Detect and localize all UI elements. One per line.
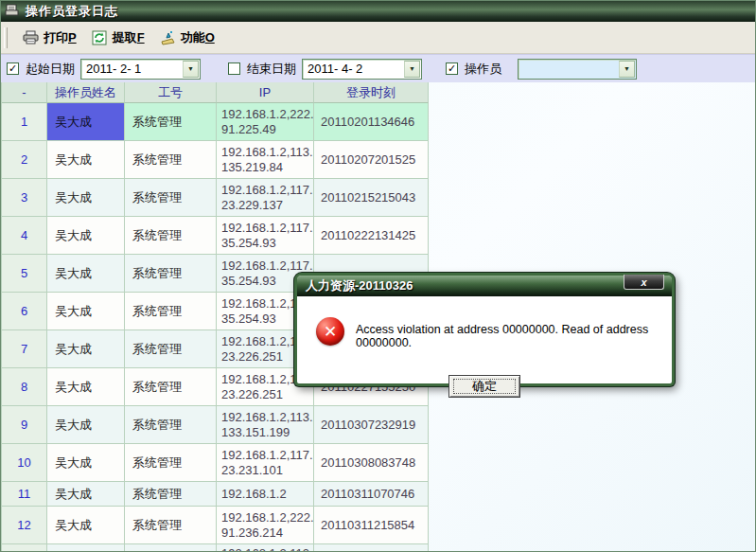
ok-button-label: 确定 (453, 379, 516, 394)
extract-label: 提取 (113, 30, 137, 45)
header-ip: IP (217, 82, 314, 103)
extract-button[interactable]: 提取F (84, 27, 152, 49)
end-date-combobox[interactable]: 2011- 4- 2 ▼ (302, 59, 422, 80)
table-row[interactable]: 12 吴大成 系统管理 192.168.1.2,222.91.236.214 2… (2, 507, 429, 544)
print-hotkey: P (68, 30, 77, 45)
check-icon: ✓ (9, 63, 17, 74)
header-index: - (2, 82, 47, 103)
close-icon: x (641, 276, 646, 288)
end-date-label: 结束日期 (247, 61, 296, 78)
table-row[interactable]: 11 吴大成 系统管理 192.168.1.2 20110311070746 (2, 482, 429, 507)
close-button[interactable]: x (624, 275, 664, 290)
table-header-row: - 操作员姓名 工号 IP 登录时刻 (2, 82, 429, 103)
operator-combobox[interactable]: ▼ (518, 59, 637, 80)
function-icon (160, 30, 176, 45)
operator-checkbox[interactable]: ✓ (446, 62, 458, 75)
error-dialog-body: ✕ Access violation at address 00000000. … (297, 296, 672, 386)
header-login-time: 登录时刻 (314, 82, 429, 103)
table-row[interactable]: 3 吴大成 系统管理 192.168.1.2,117.23.229.137 20… (2, 179, 429, 217)
toolbar: 打印P 提取F 功能O (1, 22, 755, 54)
error-dialog-title: 人力资源-20110326 (306, 277, 413, 294)
window-icon (5, 4, 21, 19)
error-icon: ✕ (316, 317, 344, 346)
header-operator-name: 操作员姓名 (47, 82, 125, 103)
toolbar-gripper[interactable] (4, 27, 8, 48)
extract-hotkey: F (137, 30, 145, 45)
window-title: 操作员登录日志 (26, 3, 118, 20)
function-button[interactable]: 功能O (152, 27, 222, 49)
print-button[interactable]: 打印P (15, 27, 84, 49)
error-dialog-titlebar: 人力资源-20110326 x (297, 276, 672, 296)
print-label: 打印 (44, 30, 68, 45)
printer-icon (23, 30, 39, 45)
start-date-checkbox[interactable]: ✓ (7, 62, 19, 75)
table-row[interactable]: 10 吴大成 系统管理 192.168.1.2,117.23.231.101 2… (2, 444, 429, 482)
table-row[interactable]: 1 吴大成 系统管理 192.168.1.2,222.91.225.49 201… (2, 103, 429, 141)
start-date-label: 起始日期 (26, 61, 75, 78)
ok-button[interactable]: 确定 (448, 375, 520, 398)
operator-label: 操作员 (465, 61, 501, 78)
error-dialog: 人力资源-20110326 x ✕ Access violation at ad… (294, 273, 675, 386)
function-hotkey: O (205, 30, 215, 45)
table-row[interactable]: 4 吴大成 系统管理 192.168.1.2,117.35.254.93 201… (2, 217, 429, 255)
refresh-page-icon (92, 30, 108, 45)
error-message: Access violation at address 00000000. Re… (356, 323, 664, 349)
check-icon: ✓ (448, 63, 456, 74)
end-date-value: 2011- 4- 2 (303, 62, 404, 76)
window-titlebar: 操作员登录日志 (1, 1, 755, 22)
start-date-combobox[interactable]: 2011- 2- 1 ▼ (80, 59, 201, 80)
app-window: 操作员登录日志 打印P (0, 0, 756, 552)
header-employee-id: 工号 (125, 82, 217, 103)
table-row[interactable]: 2 吴大成 系统管理 192.168.1.2,113.135.219.84 20… (2, 141, 429, 179)
selected-cell[interactable]: 吴大成 (47, 103, 125, 141)
end-date-checkbox[interactable] (228, 62, 240, 75)
filter-bar: ✓ 起始日期 2011- 2- 1 ▼ 结束日期 2011- 4- 2 ▼ ✓ … (1, 54, 755, 82)
dropdown-arrow-icon[interactable]: ▼ (619, 61, 635, 78)
function-label: 功能 (181, 30, 205, 45)
dropdown-arrow-icon[interactable]: ▼ (404, 61, 420, 78)
dropdown-arrow-icon[interactable]: ▼ (183, 61, 199, 78)
table-row[interactable]: 9 吴大成 系统管理 192.168.1.2,113.133.151.199 2… (2, 406, 429, 444)
table-row[interactable]: 192.168.1.2,113 (2, 544, 429, 552)
start-date-value: 2011- 2- 1 (81, 62, 183, 76)
